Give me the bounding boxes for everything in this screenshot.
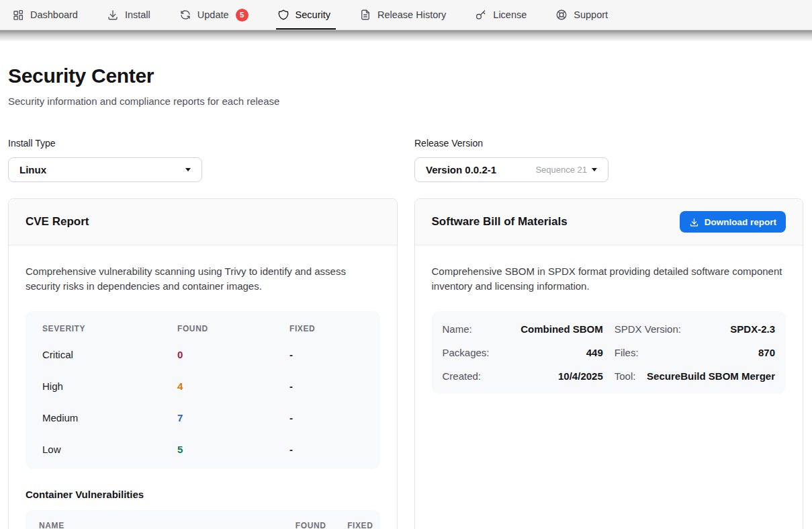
install-type-select[interactable]: Linux xyxy=(8,157,202,182)
nav-item-license[interactable]: License xyxy=(475,0,527,30)
nav-item-support[interactable]: Support xyxy=(555,0,608,30)
col-severity: SEVERITY xyxy=(42,324,177,333)
sbom-card-title: Software Bill of Materials xyxy=(432,215,568,229)
nav-label: Dashboard xyxy=(30,9,78,20)
nav-label: Release History xyxy=(377,9,446,20)
download-icon xyxy=(689,217,699,227)
install-icon xyxy=(107,9,119,21)
sbom-card: Software Bill of Materials Download repo… xyxy=(414,198,804,529)
top-nav: Dashboard Install Update 5 Security xyxy=(0,0,812,30)
nav-label: Support xyxy=(574,9,608,20)
update-icon xyxy=(179,9,191,21)
table-row: Medium 7 - xyxy=(42,402,363,434)
detail-label: Tool: xyxy=(615,370,636,382)
nav-item-dashboard[interactable]: Dashboard xyxy=(12,0,78,30)
sbom-card-header: Software Bill of Materials Download repo… xyxy=(415,199,803,245)
detail-label: Name: xyxy=(443,323,472,335)
sbom-description: Comprehensive SBOM in SPDX format provid… xyxy=(432,264,786,293)
col-fixed: FIXED xyxy=(289,324,363,333)
detail-value: 870 xyxy=(758,347,775,358)
severity-table-header: SEVERITY FOUND FIXED xyxy=(42,311,363,339)
severity-name: Medium xyxy=(42,412,177,423)
download-report-button[interactable]: Download report xyxy=(680,211,786,233)
detail-value: SecureBuild SBOM Merger xyxy=(647,370,775,382)
table-row: Low 5 - xyxy=(42,434,363,465)
release-version-filter: Release Version Version 0.0.2-1 Sequence… xyxy=(414,138,804,182)
sbom-detail-name: Name: Combined SBOM xyxy=(443,317,603,341)
nav-item-update[interactable]: Update 5 xyxy=(179,0,249,30)
detail-value: 449 xyxy=(586,347,603,358)
found-count: 5 xyxy=(177,444,289,455)
severity-name: Low xyxy=(42,444,177,455)
container-vulnerabilities-title: Container Vulnerabilities xyxy=(26,489,380,500)
page-subtitle: Security information and compliance repo… xyxy=(8,95,803,107)
sbom-card-body: Comprehensive SBOM in SPDX format provid… xyxy=(415,245,803,413)
severity-name: High xyxy=(42,380,177,392)
cve-report-card: CVE Report Comprehensive vulnerability s… xyxy=(8,198,398,529)
detail-value: SPDX-2.3 xyxy=(730,323,775,335)
detail-label: Files: xyxy=(615,347,639,358)
main-content: Security Center Security information and… xyxy=(0,65,812,529)
col-found: FOUND xyxy=(177,324,289,333)
release-version-label: Release Version xyxy=(414,138,804,149)
sbom-detail-created: Created: 10/4/2025 xyxy=(443,364,603,388)
sbom-detail-packages: Packages: 449 xyxy=(443,341,603,364)
container-vulnerabilities-table: NAME FOUND FIXED xyxy=(26,510,380,529)
nav-bottom-shadow xyxy=(0,30,812,42)
found-count: 4 xyxy=(177,380,289,392)
nav-item-security[interactable]: Security xyxy=(277,0,330,30)
download-report-label: Download report xyxy=(705,217,776,227)
release-history-icon xyxy=(359,9,371,21)
release-version-select[interactable]: Version 0.0.2-1 Sequence 21 xyxy=(414,157,608,182)
page-title: Security Center xyxy=(8,65,803,87)
filters-row: Install Type Linux Release Version Versi… xyxy=(8,138,803,182)
nav-label: Install xyxy=(125,9,150,20)
col-fixed: FIXED xyxy=(326,521,373,529)
dashboard-icon xyxy=(12,9,24,21)
found-count: 7 xyxy=(177,412,289,423)
cve-card-header: CVE Report xyxy=(9,199,397,245)
update-count-badge: 5 xyxy=(236,9,249,22)
cve-card-body: Comprehensive vulnerability scanning usi… xyxy=(9,245,397,529)
sbom-detail-files: Files: 870 xyxy=(615,341,775,364)
severity-table: SEVERITY FOUND FIXED Critical 0 - High 4… xyxy=(26,311,380,469)
detail-label: Packages: xyxy=(443,347,490,358)
chevron-down-icon xyxy=(592,168,597,171)
support-lifebuoy-icon xyxy=(555,9,568,21)
detail-value: Combined SBOM xyxy=(521,323,603,335)
col-found: FOUND xyxy=(273,521,326,529)
nav-item-release-history[interactable]: Release History xyxy=(359,0,446,30)
fixed-count: - xyxy=(289,444,363,455)
cve-card-title: CVE Report xyxy=(26,215,89,229)
fixed-count: - xyxy=(289,412,363,423)
security-shield-icon xyxy=(277,9,289,21)
nav-label: Security xyxy=(296,9,330,20)
license-key-icon xyxy=(475,9,487,21)
detail-label: Created: xyxy=(443,370,482,382)
sbom-detail-spdx-version: SPDX Version: SPDX-2.3 xyxy=(615,317,775,341)
fixed-count: - xyxy=(289,349,363,360)
table-row: Critical 0 - xyxy=(42,339,363,370)
sequence-label: Sequence 21 xyxy=(535,165,587,175)
install-type-filter: Install Type Linux xyxy=(8,138,398,182)
release-version-value: Version 0.0.2-1 xyxy=(426,164,496,175)
detail-value: 10/4/2025 xyxy=(558,370,603,382)
install-type-value: Linux xyxy=(19,164,46,175)
cards-row: CVE Report Comprehensive vulnerability s… xyxy=(8,198,803,529)
install-type-label: Install Type xyxy=(8,138,398,149)
detail-label: SPDX Version: xyxy=(615,323,681,335)
severity-name: Critical xyxy=(42,349,177,360)
nav-label: Update xyxy=(197,9,229,20)
cve-description: Comprehensive vulnerability scanning usi… xyxy=(26,264,380,293)
nav-item-install[interactable]: Install xyxy=(107,0,150,30)
col-name: NAME xyxy=(39,521,273,529)
fixed-count: - xyxy=(289,380,363,392)
sbom-detail-tool: Tool: SecureBuild SBOM Merger xyxy=(615,364,775,388)
found-count: 0 xyxy=(177,349,289,360)
table-row: High 4 - xyxy=(42,370,363,402)
nav-label: License xyxy=(493,9,527,20)
container-table-header: NAME FOUND FIXED xyxy=(26,510,380,529)
sbom-details-grid: Name: Combined SBOM SPDX Version: SPDX-2… xyxy=(432,311,786,394)
chevron-down-icon xyxy=(185,168,191,171)
